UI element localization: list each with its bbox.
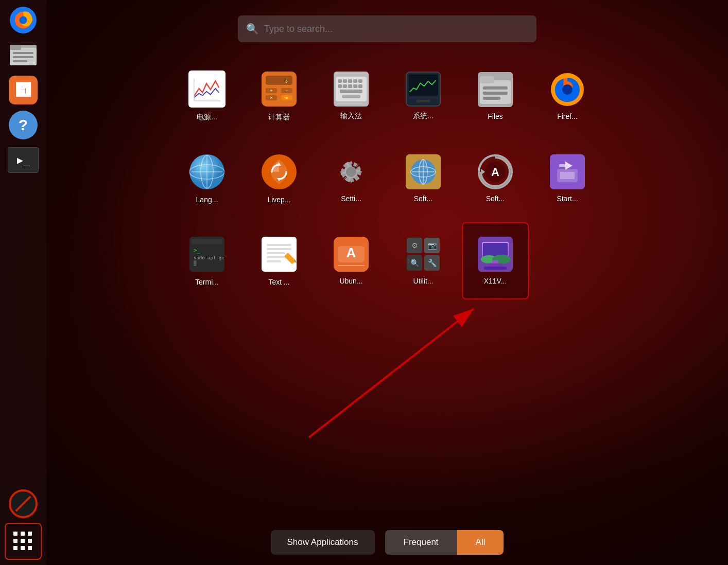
svg-rect-83	[267, 244, 291, 246]
search-icon: 🔍	[246, 23, 259, 35]
app-label-settings: Setti...	[341, 195, 361, 203]
app-item-x11vnc[interactable]: X11V...	[462, 222, 529, 299]
app-label-firefox: Firef...	[557, 112, 578, 120]
search-input[interactable]	[264, 24, 528, 34]
svg-rect-8	[13, 60, 27, 62]
app-item-files[interactable]: Files	[462, 58, 529, 135]
svg-text:🔍: 🔍	[410, 259, 420, 268]
svg-rect-30	[338, 84, 342, 88]
svg-rect-109	[488, 263, 502, 266]
app-label-input: 输入法	[340, 112, 362, 121]
x11vnc-icon	[478, 237, 513, 272]
app-label-power: 电源...	[197, 113, 217, 122]
app-label-files: Files	[488, 112, 503, 120]
svg-rect-33	[353, 84, 357, 88]
text-editor-icon	[261, 236, 298, 273]
app-item-texteditor[interactable]: Text ...	[246, 222, 313, 299]
app-label-sysmon: 系统...	[413, 112, 434, 121]
svg-rect-84	[267, 248, 291, 250]
terminal-sidebar-icon: ▶_	[8, 147, 39, 173]
svg-rect-31	[343, 84, 347, 88]
settings-icon	[334, 154, 369, 189]
svg-text:+: +	[270, 88, 272, 93]
ubuntu-software-icon: 🅰	[9, 76, 38, 104]
sidebar-item-ubuntu-software[interactable]: 🅰	[7, 74, 39, 106]
svg-text:⚙: ⚙	[411, 241, 418, 250]
software-updates-icon	[406, 154, 441, 189]
app-item-power[interactable]: 电源...	[174, 58, 240, 135]
show-applications-button[interactable]	[5, 523, 42, 560]
app-label-startup: Start...	[557, 195, 578, 203]
app-label-language: Lang...	[196, 196, 218, 204]
help-icon: ?	[9, 111, 38, 139]
files-icon-grid	[478, 72, 513, 107]
app-item-utilities[interactable]: ⚙ 📷 🔍 🔧 Utilit...	[390, 222, 457, 299]
app-label-softupdater: Soft...	[486, 195, 505, 203]
svg-rect-74	[560, 172, 575, 179]
svg-text:=: =	[285, 95, 288, 100]
language-icon	[188, 153, 226, 190]
app-item-softupdater[interactable]: A Soft...	[462, 140, 529, 217]
app-item-sysmon[interactable]: 系统...	[390, 58, 457, 135]
sidebar-item-terminal[interactable]: ▶_	[7, 144, 39, 176]
svg-text:×: ×	[270, 95, 272, 100]
app-item-firefox[interactable]: Firef...	[534, 58, 601, 135]
sidebar-item-firefox[interactable]	[7, 4, 39, 36]
svg-rect-43	[480, 76, 494, 83]
sidebar-item-no-symbol[interactable]	[7, 488, 39, 520]
power-icon	[188, 70, 226, 108]
svg-text:📷: 📷	[428, 241, 437, 250]
sidebar: 🅰 ? ▶_	[0, 0, 46, 565]
svg-text:>_: >_	[194, 247, 201, 254]
app-item-startup[interactable]: Start...	[534, 140, 601, 217]
app-label-texteditor: Text ...	[268, 278, 289, 286]
svg-rect-35	[340, 90, 362, 93]
svg-rect-32	[348, 84, 352, 88]
main-content: 🔍 电源...	[46, 0, 728, 565]
svg-rect-110	[484, 267, 507, 270]
app-item-calculator[interactable]: ÷ + − × = 计算器	[246, 58, 313, 135]
ubuntu-software-grid-icon: A	[334, 237, 369, 272]
sidebar-item-files[interactable]	[7, 39, 39, 71]
svg-marker-71	[481, 169, 485, 175]
search-bar: 🔍	[238, 15, 536, 42]
svg-rect-5	[10, 45, 21, 50]
svg-rect-46	[483, 97, 500, 100]
svg-rect-44	[483, 86, 508, 90]
startup-disk-icon	[550, 154, 585, 189]
app-item-livepatch[interactable]: Livep...	[246, 140, 313, 217]
app-item-language[interactable]: Lang...	[174, 140, 240, 217]
app-item-softupd[interactable]: Soft...	[390, 140, 457, 217]
app-label-x11vnc: X11V...	[484, 277, 507, 285]
app-item-terminal[interactable]: >_ sudo apt get █ Termi...	[174, 222, 240, 299]
svg-rect-28	[353, 79, 357, 83]
svg-rect-25	[338, 79, 342, 83]
app-label-terminal: Termi...	[195, 278, 219, 286]
app-label-calculator: 计算器	[268, 113, 290, 122]
svg-point-2	[19, 16, 27, 24]
svg-rect-87	[267, 260, 281, 262]
svg-rect-78	[192, 239, 222, 244]
svg-text:🔧: 🔧	[428, 259, 437, 268]
tab-all-button[interactable]: All	[457, 530, 504, 555]
apps-grid: 电源... ÷ + − × = 计算器	[163, 58, 611, 299]
app-item-input[interactable]: 输入法	[318, 58, 385, 135]
app-item-settings[interactable]: Setti...	[318, 140, 385, 217]
sidebar-item-help[interactable]: ?	[7, 109, 39, 141]
tab-frequent-button[interactable]: Frequent	[385, 530, 457, 555]
svg-text:A: A	[346, 245, 356, 260]
firefox-icon	[9, 6, 37, 34]
utilities-icon: ⚙ 📷 🔍 🔧	[406, 237, 441, 272]
show-applications-label-button[interactable]: Show Applications	[271, 530, 375, 555]
app-item-ubuntusoftware[interactable]: A Ubun...	[318, 222, 385, 299]
bottom-bar: Show Applications Frequent All	[46, 530, 728, 555]
svg-rect-27	[348, 79, 352, 83]
svg-rect-6	[13, 52, 33, 54]
svg-text:÷: ÷	[284, 77, 288, 85]
svg-text:−: −	[285, 88, 288, 93]
no-symbol-icon	[9, 489, 38, 518]
input-method-icon	[334, 72, 369, 107]
svg-text:sudo apt get: sudo apt get	[194, 255, 224, 260]
calculator-icon: ÷ + − × =	[261, 70, 298, 108]
svg-text:A: A	[491, 166, 499, 179]
